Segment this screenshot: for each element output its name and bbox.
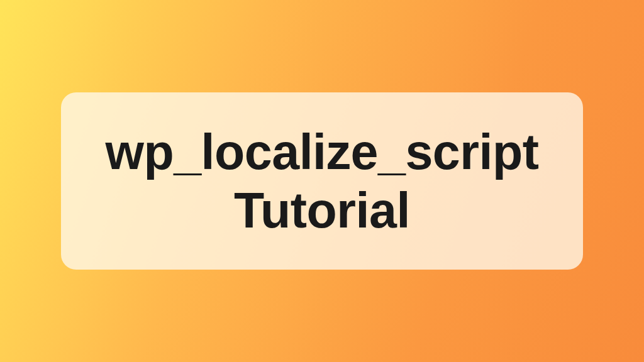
title-card: wp_localize_script Tutorial [61,92,583,270]
hero-title: wp_localize_script Tutorial [105,123,538,239]
